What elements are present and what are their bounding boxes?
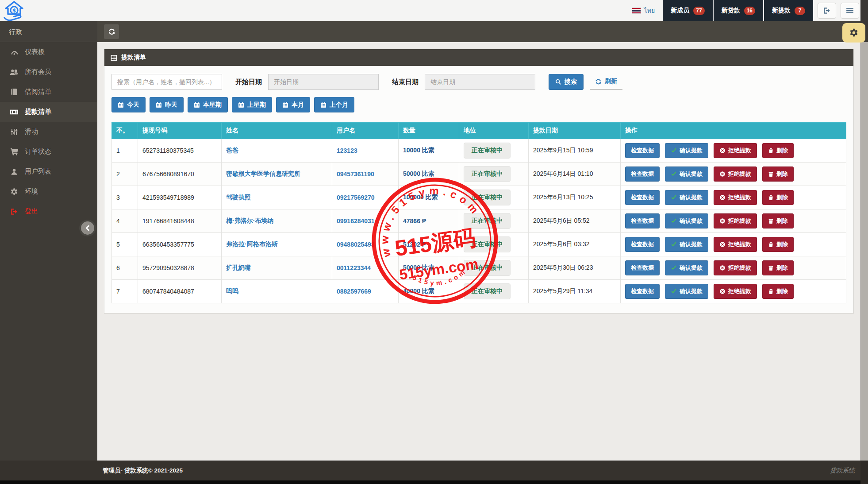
cell-name-link[interactable]: 驾驶执照 xyxy=(226,194,251,201)
check-icon xyxy=(671,147,677,154)
confirm-withdraw-button[interactable]: 确认提款 xyxy=(665,284,708,299)
cell-username-link[interactable]: 0011223344 xyxy=(337,264,371,271)
check-icon xyxy=(671,265,677,271)
sidebar-item-滑动[interactable]: 滑动 xyxy=(0,122,97,142)
scrollbar[interactable] xyxy=(860,0,868,484)
settings-button[interactable] xyxy=(842,23,865,43)
circle-x-icon xyxy=(719,241,726,248)
refresh-link-button[interactable]: 刷新 xyxy=(590,74,622,90)
cell-name-link[interactable]: 呜呜 xyxy=(226,287,238,294)
delete-button[interactable]: 删除 xyxy=(762,166,794,182)
cell-username-link[interactable]: 0882597669 xyxy=(337,288,371,295)
reject-withdraw-button[interactable]: 拒绝提款 xyxy=(714,284,757,299)
check-data-button[interactable]: 检查数据 xyxy=(625,213,660,228)
menu-toggle-button[interactable] xyxy=(841,3,859,19)
cell-amount: 10000 比索 xyxy=(403,147,434,154)
trash-icon xyxy=(768,242,774,248)
confirm-withdraw-button[interactable]: 确认提款 xyxy=(665,143,708,158)
confirm-withdraw-button[interactable]: 确认提款 xyxy=(665,260,708,275)
quick-date-button-上星期[interactable]: 上星期 xyxy=(232,97,272,112)
check-icon xyxy=(671,288,677,294)
cell-name-link[interactable]: 弗洛拉·阿格布洛斯 xyxy=(226,240,278,248)
sidebar-item-label: 用户列表 xyxy=(25,167,51,176)
reject-withdraw-button[interactable]: 拒绝提款 xyxy=(714,260,757,275)
delete-button[interactable]: 删除 xyxy=(762,284,794,299)
hamburger-icon xyxy=(846,7,854,15)
column-header: 提现号码 xyxy=(138,123,222,139)
sidebar-item-所有会员[interactable]: 所有会员 xyxy=(0,62,97,82)
search-button[interactable]: 搜索 xyxy=(549,74,584,90)
check-data-button[interactable]: 检查数据 xyxy=(625,237,660,252)
nav-counter-box[interactable]: 新成员 77 xyxy=(663,0,712,21)
delete-button[interactable]: 删除 xyxy=(762,237,794,252)
check-data-button[interactable]: 检查数据 xyxy=(625,284,660,299)
quick-date-button-上个月[interactable]: 上个月 xyxy=(314,97,354,112)
reject-withdraw-button[interactable]: 拒绝提款 xyxy=(714,237,757,252)
quick-date-buttons: 今天 昨天 本星期 上星期 本月 上个月 xyxy=(111,97,846,112)
cell-username-link[interactable]: 123123 xyxy=(337,147,357,154)
nav-counter-label: 新成员 xyxy=(671,7,689,15)
tachometer-icon xyxy=(10,48,19,57)
cell-amount: 47866 ₱ xyxy=(403,217,426,225)
sign-out-icon xyxy=(823,7,831,15)
cell-username-link[interactable]: 09217569270 xyxy=(337,194,375,201)
sidebar-item-借阅清单[interactable]: 借阅清单 xyxy=(0,82,97,102)
delete-button[interactable]: 删除 xyxy=(762,213,794,228)
quick-date-button-昨天[interactable]: 昨天 xyxy=(150,97,184,112)
trash-icon xyxy=(768,289,774,294)
start-date-input[interactable] xyxy=(268,74,379,90)
check-data-button[interactable]: 检查数据 xyxy=(625,260,660,275)
confirm-withdraw-button[interactable]: 确认提款 xyxy=(665,237,708,252)
delete-button[interactable]: 删除 xyxy=(762,143,794,158)
bottom-edge-bar xyxy=(0,480,868,484)
check-data-button[interactable]: 检查数据 xyxy=(625,166,660,182)
quick-date-button-本星期[interactable]: 本星期 xyxy=(188,97,228,112)
sidebar-item-用户列表[interactable]: 用户列表 xyxy=(0,162,97,182)
sidebar-item-提款清单[interactable]: 提款清单 xyxy=(0,102,97,122)
nav-counter-box[interactable]: 新贷款 16 xyxy=(714,0,763,21)
trash-icon xyxy=(768,171,774,177)
status-badge: 正在审核中 xyxy=(464,213,511,229)
cell-name-link[interactable]: 梅·弗洛尔·布埃纳 xyxy=(226,217,273,224)
cell-username-link[interactable]: 09488025493 xyxy=(337,241,375,248)
sidebar-item-订单状态[interactable]: 订单状态 xyxy=(0,142,97,162)
delete-button[interactable]: 删除 xyxy=(762,260,794,275)
language-switcher[interactable]: ไทย xyxy=(625,0,662,21)
scrollbar-track[interactable] xyxy=(860,42,868,461)
sidebar-collapse-button[interactable] xyxy=(81,221,94,235)
calendar-icon xyxy=(156,102,162,108)
reject-withdraw-button[interactable]: 拒绝提款 xyxy=(714,143,757,158)
cell-username-link[interactable]: 09916284031 xyxy=(337,217,375,225)
confirm-withdraw-button[interactable]: 确认提款 xyxy=(665,190,708,205)
page-refresh-button[interactable] xyxy=(104,24,119,39)
search-input[interactable] xyxy=(111,74,222,90)
confirm-withdraw-button[interactable]: 确认提款 xyxy=(665,213,708,228)
nav-counter-box[interactable]: 新提款 7 xyxy=(764,0,813,21)
sidebar-item-登出[interactable]: 登出 xyxy=(0,201,97,221)
check-data-button[interactable]: 检查数据 xyxy=(625,143,660,158)
table-row: 4 191766841608448 梅·弗洛尔·布埃纳 09916284031 … xyxy=(112,209,846,233)
quick-date-button-本月[interactable]: 本月 xyxy=(276,97,310,112)
cell-withdraw-code: 663560453357775 xyxy=(138,233,222,256)
cell-name-link[interactable]: 爸爸 xyxy=(226,147,238,154)
reject-withdraw-button[interactable]: 拒绝提款 xyxy=(714,213,757,228)
check-data-button[interactable]: 检查数据 xyxy=(625,190,660,205)
status-badge: 正在审核中 xyxy=(464,260,511,276)
sidebar-item-仪表板[interactable]: 仪表板 xyxy=(0,42,97,62)
cell-name-link[interactable]: 密歇根大学医学信息研究所 xyxy=(226,170,300,177)
reject-withdraw-button[interactable]: 拒绝提款 xyxy=(714,166,757,182)
nav-counter-label: 新提款 xyxy=(772,7,791,15)
sidebar-item-环境[interactable]: 环境 xyxy=(0,182,97,201)
cell-username-link[interactable]: 09457361190 xyxy=(337,170,374,178)
delete-button[interactable]: 删除 xyxy=(762,190,794,205)
end-date-input[interactable] xyxy=(425,74,535,90)
logout-button[interactable] xyxy=(818,3,836,19)
quick-date-button-今天[interactable]: 今天 xyxy=(111,97,146,112)
cell-no: 7 xyxy=(112,280,138,303)
reject-withdraw-button[interactable]: 拒绝提款 xyxy=(714,190,757,205)
cell-no: 3 xyxy=(112,186,138,209)
cell-name-link[interactable]: 扩孔奶嘴 xyxy=(226,264,251,271)
cart-icon xyxy=(10,147,19,156)
thai-flag-icon xyxy=(632,8,641,14)
confirm-withdraw-button[interactable]: 确认提款 xyxy=(665,166,708,182)
